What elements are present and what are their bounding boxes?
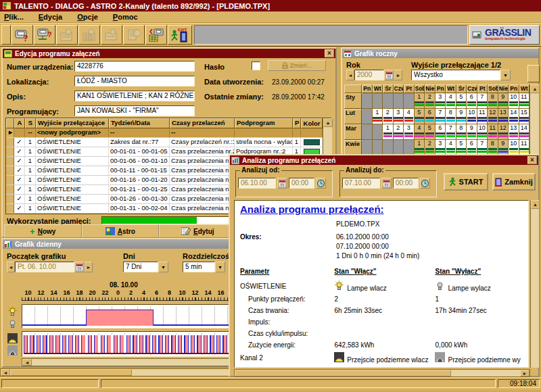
calendar-day-cell[interactable]: 5 bbox=[415, 109, 425, 124]
calendar-day-cell[interactable]: 9 bbox=[498, 93, 509, 109]
analysis-scroll-thumb[interactable] bbox=[235, 370, 451, 376]
mdi-scroll-thumb[interactable] bbox=[10, 369, 132, 376]
calendar-day-cell[interactable]: 5 bbox=[425, 124, 436, 140]
calendar-day-cell[interactable]: 13 bbox=[509, 124, 519, 140]
transfer-button[interactable] bbox=[145, 25, 167, 45]
calendar-vertical-scrollbar[interactable]: ▲ bbox=[530, 84, 539, 162]
close-dialog-button[interactable]: Zamknij bbox=[492, 173, 536, 191]
calendar-day-cell[interactable]: 9 bbox=[467, 124, 477, 140]
days-select-value[interactable]: 7 Dni bbox=[123, 262, 158, 272]
calendar-day-cell[interactable]: 2 bbox=[383, 109, 394, 124]
list-button[interactable] bbox=[101, 25, 122, 45]
calendar-day-cell[interactable]: 14 bbox=[519, 124, 530, 140]
calendar-day-cell[interactable]: 1 bbox=[383, 124, 394, 140]
menu-plik[interactable]: Plik... bbox=[4, 13, 24, 21]
calendar-day-cell[interactable]: 10 bbox=[467, 109, 477, 124]
analysis-scroll-up-icon[interactable]: ▲ bbox=[531, 200, 540, 209]
notepad-clock-button[interactable] bbox=[123, 25, 145, 45]
device-number-field[interactable]: 4228776 bbox=[74, 61, 195, 72]
calendar-day-cell[interactable]: 7 bbox=[477, 140, 488, 155]
resolution-select-value[interactable]: 5 min bbox=[183, 262, 215, 272]
calendar-day-cell[interactable]: 4 bbox=[446, 93, 456, 109]
resolution-select-dropdown-icon[interactable]: ▼ bbox=[215, 262, 225, 272]
edycja-close-button[interactable]: × bbox=[325, 49, 334, 57]
days-select[interactable]: 7 Dni ▼ bbox=[123, 262, 168, 272]
calendar-day-cell[interactable]: 3 bbox=[436, 93, 446, 109]
calendar-day-cell[interactable]: 3 bbox=[404, 124, 415, 140]
calendar-day-cell[interactable]: 4 bbox=[446, 140, 456, 155]
astro-button[interactable]: Astro bbox=[82, 224, 160, 238]
calendar-day-cell[interactable]: 13 bbox=[498, 109, 509, 124]
to-date-calendar-button[interactable] bbox=[381, 178, 392, 189]
calendar-day-cell[interactable]: 7 bbox=[436, 109, 446, 124]
calendar-day-cell[interactable]: 12 bbox=[488, 109, 498, 124]
calendar-day-cell[interactable]: 10 bbox=[477, 124, 488, 140]
calendar-day-cell[interactable]: 8 bbox=[488, 93, 498, 109]
calendar-day-cell[interactable]: 2 bbox=[425, 140, 436, 155]
calendar-day-cell[interactable]: 10 bbox=[509, 93, 519, 109]
calendar-day-cell[interactable]: 4 bbox=[415, 124, 425, 140]
calendar-day-cell[interactable]: 1 bbox=[415, 93, 425, 109]
calendar-day-cell[interactable]: 4 bbox=[404, 109, 415, 124]
calendar-day-cell[interactable]: 2 bbox=[394, 124, 404, 140]
to-time-clock-button[interactable] bbox=[420, 178, 430, 189]
device-query-button[interactable]: ? bbox=[34, 25, 55, 45]
new-button[interactable]: +Nowy bbox=[4, 224, 82, 238]
password-checkbox[interactable] bbox=[252, 62, 260, 70]
calendar-day-cell[interactable]: 15 bbox=[519, 109, 530, 124]
calendar-day-cell[interactable]: 3 bbox=[394, 109, 404, 124]
toolbar-spacer-button[interactable] bbox=[1, 25, 11, 45]
programmer-field[interactable]: JAN KOWALSKI - "FIRMA" bbox=[74, 105, 195, 116]
from-date-calendar-button[interactable] bbox=[277, 178, 287, 189]
from-time-clock-button[interactable] bbox=[316, 178, 326, 189]
calendar-day-cell[interactable]: 5 bbox=[456, 93, 467, 109]
calendar-day-cell[interactable]: 14 bbox=[509, 109, 519, 124]
output-select-value[interactable]: Wszystko bbox=[411, 70, 500, 80]
exit-button[interactable]: EXIT bbox=[168, 25, 192, 45]
calendar-day-cell[interactable]: 7 bbox=[477, 93, 488, 109]
analysis-scroll-right-icon[interactable]: ► bbox=[520, 370, 530, 376]
calendar-day-cell[interactable]: 11 bbox=[519, 93, 530, 109]
calendar-day-cell[interactable]: 11 bbox=[519, 140, 530, 155]
table-row[interactable]: ✓1OŚWIETLENIEZakres dat nr.:77Czasy prze… bbox=[6, 138, 323, 147]
change-password-button[interactable]: Zmień... bbox=[268, 60, 326, 71]
mdi-scroll-left-icon[interactable]: ◄ bbox=[1, 369, 10, 376]
calendar-day-cell[interactable]: 5 bbox=[456, 140, 467, 155]
calendar-day-cell[interactable]: 2 bbox=[425, 93, 436, 109]
to-date-field[interactable]: 07.10.00 bbox=[342, 178, 380, 189]
days-select-dropdown-icon[interactable]: ▼ bbox=[158, 262, 168, 272]
start-prev-icon[interactable]: ◄ bbox=[7, 262, 15, 272]
menu-opcje[interactable]: Opcje bbox=[77, 13, 98, 21]
calendar-button[interactable] bbox=[78, 25, 100, 45]
calendar-day-cell[interactable]: 9 bbox=[498, 140, 509, 155]
location-field[interactable]: ŁÓDŹ - MIASTO bbox=[74, 76, 195, 87]
calendar-day-cell[interactable]: 8 bbox=[488, 140, 498, 155]
calendar-day-cell[interactable]: 6 bbox=[467, 93, 477, 109]
calendar-day-cell[interactable]: 1 bbox=[415, 140, 425, 155]
desc-field[interactable]: KAN1 OŚWIETLENIE ; KAN 2 RÓŻNE bbox=[74, 91, 195, 101]
edit-button[interactable]: Edytuj bbox=[159, 224, 237, 238]
calendar-day-cell[interactable]: 8 bbox=[456, 124, 467, 140]
calendar-day-cell[interactable]: 8 bbox=[446, 109, 456, 124]
scroll-up-icon[interactable]: ▲ bbox=[323, 118, 333, 127]
rok-next-icon[interactable]: ► bbox=[394, 70, 402, 80]
output-select[interactable]: Wszystko ▼ bbox=[411, 70, 511, 80]
analiza-close-button[interactable]: × bbox=[527, 156, 537, 164]
from-date-field[interactable]: 06.10.00 bbox=[238, 178, 276, 189]
calendar-day-cell[interactable]: 6 bbox=[436, 124, 446, 140]
calendar-day-cell[interactable]: 1 bbox=[373, 109, 383, 124]
start-calendar-button[interactable] bbox=[74, 262, 85, 272]
plot-scroll-left-icon[interactable]: ◄ bbox=[22, 359, 32, 366]
calendar-day-cell[interactable]: 6 bbox=[467, 140, 477, 155]
program-clock-button[interactable] bbox=[56, 25, 78, 45]
calendar-day-cell[interactable]: 10 bbox=[509, 140, 519, 155]
graph-start-field[interactable]: Pt. 06. 10.00 bbox=[15, 262, 74, 272]
partial-button[interactable] bbox=[527, 65, 540, 82]
start-button[interactable]: START bbox=[444, 173, 488, 191]
resolution-select[interactable]: 5 min ▼ bbox=[183, 262, 225, 272]
calendar-scroll-up-icon[interactable]: ▲ bbox=[530, 84, 540, 93]
calendar-day-cell[interactable]: 7 bbox=[446, 124, 456, 140]
from-time-field[interactable]: 00:00 bbox=[289, 178, 314, 189]
rok-field[interactable]: 2000 bbox=[354, 70, 384, 80]
calendar-day-cell[interactable]: 9 bbox=[456, 109, 467, 124]
